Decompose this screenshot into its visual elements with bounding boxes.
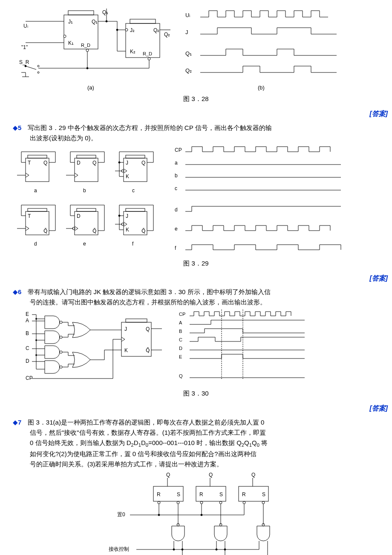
svg-text:接收控制: 接收控制: [109, 546, 129, 552]
svg-text:CP: CP: [175, 147, 182, 153]
fig328-waveforms-b: Uᵢ J Q₁ Q₂ (b): [183, 6, 341, 92]
svg-text:a: a: [175, 160, 178, 166]
svg-point-242: [182, 549, 183, 550]
svg-text:Q̄: Q̄: [141, 228, 145, 234]
fig328-caption: 图 3．28: [13, 94, 379, 104]
svg-text:D: D: [77, 160, 81, 166]
svg-text:c: c: [132, 188, 135, 194]
fig331-circuit: Q R S Q R S Q R S: [107, 471, 285, 555]
svg-text:e: e: [175, 226, 178, 232]
svg-text:R: R: [242, 491, 246, 497]
svg-point-144: [60, 366, 62, 368]
answer-link-2[interactable]: [答案]: [0, 273, 388, 284]
svg-text:K: K: [126, 227, 129, 233]
fig328-b-label: (b): [258, 84, 265, 91]
svg-text:Q₂: Q₂: [164, 32, 170, 38]
svg-text:D: D: [26, 358, 29, 364]
problem-5-line2: 出波形(设初始态为 0)。: [30, 133, 379, 143]
svg-text:J: J: [126, 213, 128, 219]
svg-text:CP: CP: [179, 312, 185, 317]
svg-rect-71: [126, 155, 145, 158]
svg-rect-49: [28, 155, 47, 158]
svg-text:a: a: [34, 188, 37, 194]
svg-text:D: D: [179, 346, 182, 351]
svg-text:K: K: [126, 173, 129, 179]
svg-text:E: E: [179, 354, 182, 359]
problem-7-num: 7: [18, 419, 21, 426]
problem-5: ◆5 写出图 3．29 中各个触发器的次态方程，并按照所给的 CP 信号，画出各…: [13, 123, 379, 143]
svg-text:CP: CP: [26, 375, 33, 381]
svg-point-41: [106, 20, 107, 22]
fig329-flipflops: TQ a DQ b JQ K: [13, 145, 162, 256]
svg-point-15: [148, 58, 150, 60]
svg-rect-171: [126, 319, 147, 322]
svg-text:J: J: [124, 326, 127, 332]
problem-6: ◆6 带有与或输入门电路的 JK 触发器的逻辑示意如图 3．30 所示，图中标明…: [13, 287, 379, 307]
svg-text:b: b: [175, 173, 178, 179]
svg-point-155: [36, 318, 37, 320]
svg-text:Q₁: Q₁: [102, 9, 108, 15]
problem-7-line5: 号的正确时间关系。(3)若采用单拍方式工作，请提出一种改进方案。: [30, 459, 379, 469]
problem-7-line1: 图 3．31(a)是一种两拍工作寄存器的逻辑图，即每次在存人数据之前必须先加人置…: [28, 419, 264, 426]
answer-link-3[interactable]: [答案]: [0, 403, 388, 414]
svg-point-215: [262, 501, 265, 504]
svg-text:T: T: [28, 160, 31, 166]
problem-5-line1: 写出图 3．29 中各个触发器的次态方程，并按照所给的 CP 信号，画出各个触发…: [28, 124, 271, 131]
svg-text:Q: Q: [166, 472, 170, 478]
svg-text:S: S: [262, 491, 265, 497]
svg-point-232: [173, 549, 175, 550]
fig330-caption: 图 3．30: [13, 388, 379, 399]
svg-text:置0: 置0: [117, 512, 125, 517]
svg-point-234: [216, 549, 217, 550]
svg-rect-87: [28, 208, 47, 211]
svg-text:Q₂: Q₂: [153, 27, 159, 33]
svg-text:C: C: [179, 337, 182, 342]
fig329-layout: TQ a DQ b JQ K: [13, 145, 379, 256]
svg-point-84: [118, 162, 120, 163]
svg-text:K₂: K₂: [130, 49, 135, 55]
svg-text:Q: Q: [43, 160, 47, 166]
diamond-icon: ◆: [13, 419, 18, 426]
fig329-caption: 图 3．29: [13, 258, 379, 269]
svg-point-143: [60, 351, 62, 353]
svg-text:Q̄: Q̄: [92, 228, 96, 234]
svg-point-42: [116, 29, 118, 31]
svg-point-221: [201, 514, 202, 516]
svg-text:Q₂: Q₂: [185, 67, 192, 74]
diamond-icon: ◆: [13, 124, 18, 131]
svg-point-34: [25, 65, 26, 67]
svg-text:"1": "1": [21, 44, 28, 50]
fig330-waveforms: CP A B C D E Q: [179, 309, 320, 386]
figure-3-28: J₁ K₁ R_D Q₁ J₂ K₂ R_D Q₂ Uᵢ "1": [13, 6, 379, 104]
svg-point-6: [63, 35, 66, 38]
svg-text:C: C: [26, 345, 29, 351]
svg-point-36: [37, 72, 39, 73]
fig330-layout: E A B C D CP: [26, 309, 379, 386]
svg-text:R: R: [199, 491, 203, 497]
svg-text:K: K: [124, 347, 128, 353]
svg-text:R_D: R_D: [81, 43, 90, 48]
fig330-circuit: E A B C D CP: [26, 309, 166, 386]
problem-7-line2: 信号，然后"接收"信号有效，数据存人寄存器。(1)若不按两拍工作方式来工作，即置: [30, 428, 379, 438]
svg-text:B: B: [179, 329, 182, 334]
svg-text:S: S: [177, 491, 180, 497]
problem-7: ◆7 图 3．31(a)是一种两拍工作寄存器的逻辑图，即每次在存人数据之前必须先…: [13, 417, 379, 469]
svg-text:d: d: [175, 207, 178, 213]
svg-point-142: [60, 336, 62, 338]
svg-text:Q: Q: [209, 472, 213, 478]
svg-text:Q̄: Q̄: [43, 228, 47, 234]
svg-text:J₂: J₂: [130, 27, 135, 33]
answer-link-1[interactable]: [答案]: [0, 108, 388, 119]
svg-text:Uᵢ: Uᵢ: [185, 12, 190, 18]
svg-point-214: [243, 501, 245, 504]
svg-text:K₁: K₁: [68, 40, 74, 46]
svg-text:d: d: [34, 241, 37, 247]
svg-point-7: [86, 49, 89, 52]
fig328-a-label: (a): [87, 84, 94, 91]
svg-text:R_D: R_D: [143, 51, 152, 56]
problem-7-line4: 如何变化?(2)为使电路正常工作，置 0 信号和接收信号应如何配合?画出这两种信: [30, 449, 379, 459]
svg-text:T: T: [28, 213, 31, 219]
fig329-waveforms: CP a b c d e f: [175, 145, 345, 256]
svg-point-141: [60, 321, 62, 324]
svg-text:Q₁: Q₁: [92, 19, 98, 25]
